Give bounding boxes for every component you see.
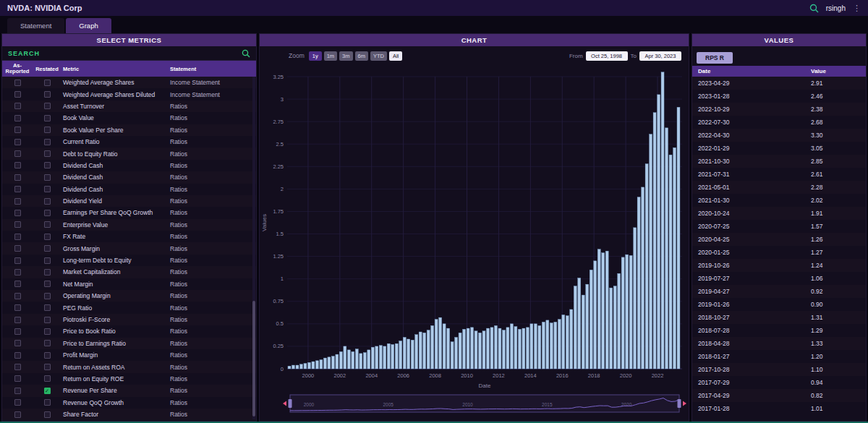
- metric-statement: Ratios: [167, 328, 256, 335]
- as-reported-checkbox[interactable]: [14, 139, 21, 145]
- restated-checkbox[interactable]: [44, 162, 51, 168]
- metric-row: FX RateRatios: [2, 231, 256, 242]
- as-reported-checkbox[interactable]: [14, 269, 21, 275]
- as-reported-checkbox[interactable]: [14, 198, 21, 205]
- restated-checkbox[interactable]: [44, 375, 51, 382]
- restated-checkbox[interactable]: [44, 91, 51, 98]
- as-reported-checkbox[interactable]: [14, 317, 21, 323]
- as-reported-checkbox[interactable]: [14, 328, 21, 335]
- restated-checkbox[interactable]: [44, 317, 51, 323]
- as-reported-checkbox[interactable]: [14, 304, 21, 311]
- kebab-menu-icon[interactable]: ⋮: [853, 4, 861, 13]
- zoom-button-all[interactable]: All: [389, 51, 402, 61]
- as-reported-checkbox[interactable]: [14, 411, 21, 418]
- values-panel: VALUES RPS R Date Value 2023-04-292.9120…: [692, 33, 867, 422]
- as-reported-checkbox[interactable]: [14, 103, 21, 109]
- search-icon[interactable]: [809, 4, 819, 13]
- value-date: 2022-04-30: [692, 132, 811, 139]
- as-reported-checkbox[interactable]: [14, 375, 21, 382]
- restated-checkbox[interactable]: [44, 245, 51, 252]
- metric-statement: Ratios: [167, 281, 256, 288]
- restated-checkbox[interactable]: [44, 411, 51, 418]
- as-reported-checkbox[interactable]: [14, 293, 21, 299]
- bar-chart[interactable]: 00.250.50.7511.251.51.7522.252.52.7533.2…: [260, 65, 689, 391]
- to-date-input[interactable]: [639, 51, 681, 61]
- restated-checkbox[interactable]: [44, 150, 51, 157]
- metrics-table-body: Weighted Average SharesIncome StatementW…: [2, 77, 256, 420]
- restated-checkbox[interactable]: [44, 139, 51, 145]
- search-icon[interactable]: [242, 49, 250, 58]
- as-reported-checkbox[interactable]: [14, 80, 21, 86]
- restated-cell: [33, 411, 61, 418]
- tab-graph[interactable]: Graph: [66, 18, 111, 33]
- restated-checkbox[interactable]: [44, 352, 51, 359]
- restated-checkbox[interactable]: [44, 115, 51, 121]
- restated-checkbox[interactable]: [44, 127, 51, 133]
- series-button-rps-r[interactable]: RPS R: [697, 52, 733, 64]
- from-date-input[interactable]: [586, 51, 628, 61]
- value-amount: 1.01: [811, 405, 866, 412]
- restated-cell: [33, 304, 61, 311]
- select-metrics-panel: SELECT METRICS As-Reported Restated Metr…: [1, 33, 257, 422]
- zoom-button-1y[interactable]: 1y: [309, 51, 322, 61]
- search-input[interactable]: [8, 50, 242, 57]
- tab-statement[interactable]: Statement: [7, 18, 64, 33]
- as-reported-checkbox[interactable]: [14, 186, 21, 192]
- scrollbar-track[interactable]: [252, 77, 255, 419]
- restated-checkbox[interactable]: [44, 304, 51, 311]
- restated-checkbox[interactable]: [44, 186, 51, 192]
- restated-checkbox[interactable]: [44, 210, 51, 216]
- as-reported-checkbox[interactable]: [14, 91, 21, 98]
- as-reported-checkbox[interactable]: [14, 388, 21, 394]
- restated-checkbox[interactable]: ✓: [44, 388, 51, 394]
- restated-checkbox[interactable]: [44, 234, 51, 240]
- restated-checkbox[interactable]: [44, 281, 51, 287]
- as-reported-checkbox[interactable]: [14, 150, 21, 157]
- as-reported-checkbox[interactable]: [14, 257, 21, 264]
- value-row: 2023-01-282.46: [692, 90, 866, 103]
- zoom-button-1m[interactable]: 1m: [324, 51, 337, 61]
- scrollbar-thumb[interactable]: [252, 301, 255, 416]
- value-amount: 1.29: [811, 327, 866, 334]
- user-name[interactable]: rsingh: [826, 4, 846, 12]
- zoom-button-ytd[interactable]: YTD: [370, 51, 387, 61]
- svg-text:2016: 2016: [556, 372, 569, 379]
- as-reported-checkbox[interactable]: [14, 127, 21, 133]
- restated-checkbox[interactable]: [44, 269, 51, 275]
- metric-name: Market Capitalization: [61, 268, 167, 275]
- restated-checkbox[interactable]: [44, 399, 51, 406]
- metric-row: Dividend CashRatios: [2, 171, 256, 183]
- as-reported-cell: [2, 281, 33, 287]
- chart-navigator[interactable]: 20002005201020152020: [260, 391, 689, 419]
- restated-checkbox[interactable]: [44, 340, 51, 346]
- as-reported-checkbox[interactable]: [14, 162, 21, 168]
- restated-checkbox[interactable]: [44, 293, 51, 299]
- as-reported-checkbox[interactable]: [14, 221, 21, 228]
- as-reported-checkbox[interactable]: [14, 245, 21, 252]
- zoom-button-6m[interactable]: 6m: [355, 51, 368, 61]
- metric-row: PEG RatioRatios: [2, 302, 256, 313]
- as-reported-checkbox[interactable]: [14, 174, 21, 181]
- svg-text:2010: 2010: [461, 372, 473, 379]
- as-reported-checkbox[interactable]: [14, 234, 21, 240]
- restated-checkbox[interactable]: [44, 80, 51, 86]
- value-amount: 2.46: [811, 93, 866, 100]
- as-reported-cell: [2, 352, 33, 359]
- restated-checkbox[interactable]: [44, 174, 51, 181]
- restated-checkbox[interactable]: [44, 103, 51, 109]
- as-reported-checkbox[interactable]: [14, 281, 21, 287]
- restated-checkbox[interactable]: [44, 328, 51, 335]
- restated-checkbox[interactable]: [44, 198, 51, 205]
- as-reported-checkbox[interactable]: [14, 352, 21, 359]
- zoom-button-3m[interactable]: 3m: [339, 51, 352, 61]
- as-reported-checkbox[interactable]: [14, 399, 21, 406]
- metric-name: Gross Margin: [61, 245, 167, 252]
- restated-checkbox[interactable]: [44, 221, 51, 228]
- as-reported-checkbox[interactable]: [14, 210, 21, 216]
- restated-checkbox[interactable]: [44, 364, 51, 370]
- svg-text:0: 0: [281, 366, 284, 372]
- as-reported-checkbox[interactable]: [14, 115, 21, 121]
- as-reported-checkbox[interactable]: [14, 364, 21, 370]
- as-reported-checkbox[interactable]: [14, 340, 21, 346]
- restated-checkbox[interactable]: [44, 257, 51, 264]
